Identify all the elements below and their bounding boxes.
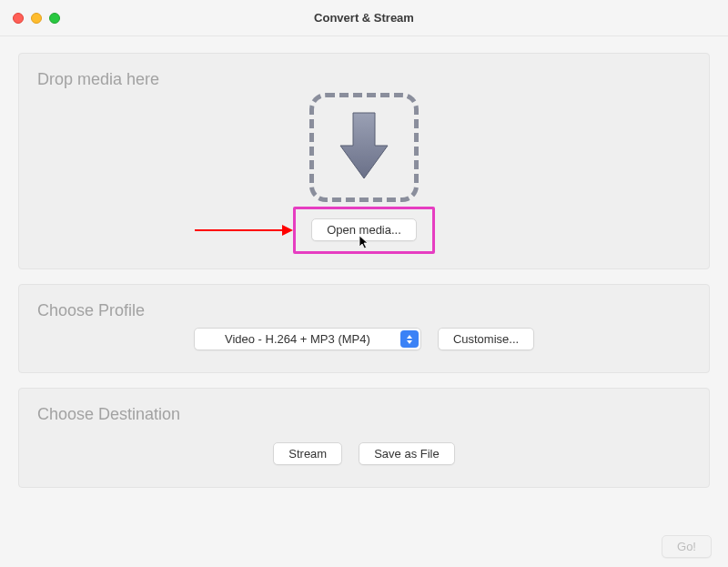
- footer: Go!: [0, 530, 728, 567]
- window-title: Convert & Stream: [0, 11, 728, 25]
- drop-media-panel: Drop media here: [18, 53, 710, 269]
- destination-row: Stream Save as File: [37, 442, 691, 465]
- profile-row: Video - H.264 + MP3 (MP4) Customise...: [37, 328, 691, 350]
- customise-button[interactable]: Customise...: [438, 328, 534, 350]
- choose-destination-panel: Choose Destination Stream Save as File: [18, 388, 710, 488]
- download-arrow-icon: [337, 111, 391, 184]
- go-button[interactable]: Go!: [662, 535, 712, 558]
- content-area: Drop media here: [0, 36, 728, 530]
- profile-select-wrapper: Video - H.264 + MP3 (MP4): [194, 328, 421, 350]
- drop-media-title: Drop media here: [37, 70, 691, 89]
- svg-marker-1: [282, 225, 293, 236]
- stream-button[interactable]: Stream: [273, 442, 342, 465]
- choose-profile-title: Choose Profile: [37, 301, 691, 320]
- traffic-lights: [13, 13, 60, 24]
- open-media-row: Open media...: [311, 218, 417, 241]
- open-media-button[interactable]: Open media...: [311, 218, 417, 241]
- annotation-arrow-icon: [195, 223, 293, 238]
- profile-select[interactable]: Video - H.264 + MP3 (MP4): [194, 328, 421, 350]
- close-window-button[interactable]: [13, 13, 24, 24]
- drop-zone[interactable]: Open media...: [37, 96, 691, 241]
- choose-destination-title: Choose Destination: [37, 405, 691, 424]
- minimize-window-button[interactable]: [31, 13, 42, 24]
- convert-stream-window: Convert & Stream Drop media here: [0, 0, 728, 567]
- choose-profile-panel: Choose Profile Video - H.264 + MP3 (MP4)…: [18, 284, 710, 373]
- maximize-window-button[interactable]: [49, 13, 60, 24]
- drop-target[interactable]: [309, 93, 419, 202]
- save-as-file-button[interactable]: Save as File: [359, 442, 455, 465]
- titlebar: Convert & Stream: [0, 0, 728, 36]
